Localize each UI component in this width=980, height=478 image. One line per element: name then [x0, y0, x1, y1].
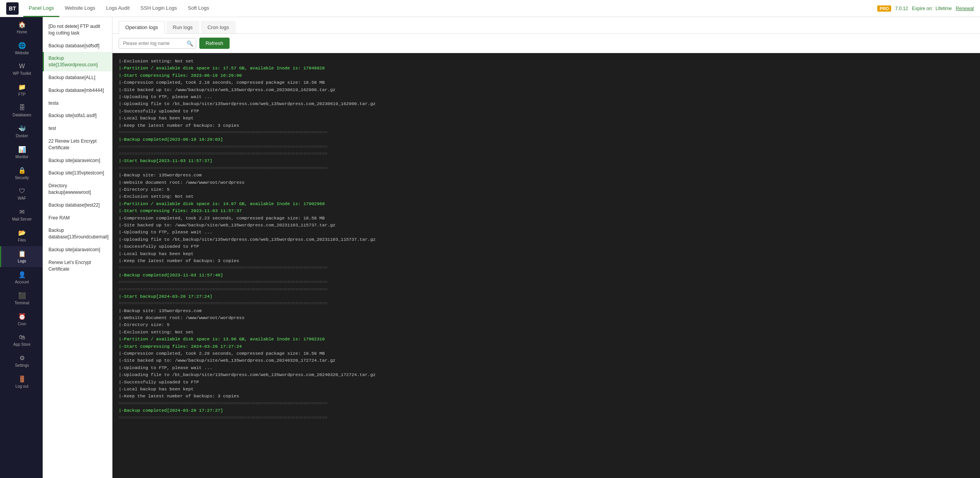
- sidebar-label-security: Security: [15, 176, 29, 180]
- log-list-item-backup-alaravel[interactable]: Backup site[alaravelcom]: [43, 154, 112, 167]
- sidebar-item-waf[interactable]: 🛡WAF: [0, 184, 43, 204]
- log-line: |-Partition / available disk space is: 1…: [119, 200, 974, 207]
- log-line: ========================================…: [119, 279, 974, 286]
- sidebar-item-wp-toolkit[interactable]: WWP Toolkit: [0, 59, 43, 79]
- search-button[interactable]: 🔍: [187, 40, 193, 47]
- search-input[interactable]: [119, 38, 196, 49]
- log-list-item-backup-135vp[interactable]: Backup site[135vptestcom]: [43, 167, 112, 179]
- settings-icon: ⚙: [19, 354, 25, 362]
- log-list-item-renew-lets-encrypt[interactable]: Renew Let's Encrypt Certificate: [43, 256, 112, 276]
- log-list-item-testa[interactable]: testa: [43, 97, 112, 110]
- sidebar-item-logs[interactable]: 📋Logs: [0, 246, 43, 267]
- top-tab-ssh-login-logs[interactable]: SSH Login Logs: [135, 0, 182, 17]
- log-list-item-backup-all[interactable]: Backup database[ALL]: [43, 71, 112, 84]
- top-tab-logs-audit[interactable]: Logs Audit: [101, 0, 135, 17]
- log-line: |-Start compressing files: 2023-06-19 16…: [119, 72, 974, 79]
- sidebar-label-monitor: Monitor: [16, 155, 28, 159]
- website-icon: 🌐: [18, 42, 26, 49]
- log-list-item-backup-test22[interactable]: Backup database[test22]: [43, 199, 112, 212]
- sidebar-item-app-store[interactable]: 🛍App Store: [0, 330, 43, 350]
- log-line: |-Uploading to FTP, please wait ...: [119, 364, 974, 371]
- sidebar-item-docker[interactable]: 🐳Docker: [0, 121, 43, 142]
- log-list-item-backup-135round[interactable]: Backup database[135roundcubemail]: [43, 224, 112, 243]
- log-list-item-ftp-audit[interactable]: [Do not delete] FTP audit log cutting ta…: [43, 20, 112, 40]
- sidebar-label-settings: Settings: [15, 363, 29, 368]
- log-line: ========================================…: [119, 150, 974, 157]
- log-line: |-Partition / available disk space is: 1…: [119, 336, 974, 343]
- log-list-item-test[interactable]: test: [43, 122, 112, 135]
- log-output: |-Exclusion setting: Not set|-Partition …: [112, 53, 980, 478]
- sidebar-label-logs: Logs: [18, 259, 26, 263]
- mail-server-icon: ✉: [19, 208, 24, 216]
- sidebar-label-waf: WAF: [18, 196, 26, 200]
- sidebar-label-terminal: Terminal: [15, 301, 29, 305]
- log-list-item-backup-site-135[interactable]: Backup site[135wordpress.com]: [43, 52, 112, 71]
- sidebar-item-ftp[interactable]: 📁FTP: [0, 79, 43, 100]
- refresh-button[interactable]: Refresh: [199, 38, 230, 49]
- sidebar-item-account[interactable]: 👤Account: [0, 267, 43, 288]
- pro-badge: PRO: [877, 5, 891, 12]
- search-wrap: 🔍: [119, 38, 196, 49]
- log-line: |-Website document root: /www/wwwroot/wo…: [119, 314, 974, 321]
- log-list-item-backup-mb4444[interactable]: Backup database[mb4444]: [43, 84, 112, 97]
- log-line: ========================================…: [119, 300, 974, 307]
- log-list-item-renew-lets-encrypt-22[interactable]: 22 Renew Lets Encrypt Certificate: [43, 135, 112, 154]
- log-line: |-Uploading to FTP, please wait ...: [119, 229, 974, 236]
- log-list-item-backup-sdfsd[interactable]: Backup database[sdfsdf]: [43, 40, 112, 52]
- sub-tab-run-logs[interactable]: Run logs: [166, 21, 199, 33]
- log-line: |-Backup site: 135wordpress.com: [119, 172, 974, 179]
- log-list-item-backup-alaravel2[interactable]: Backup site[alaravelcom]: [43, 243, 112, 256]
- app-logo: BT: [6, 2, 19, 15]
- log-line: ========================================…: [119, 400, 974, 407]
- cron-icon: ⏰: [18, 313, 26, 320]
- top-tab-soft-logs[interactable]: Soft Logs: [182, 0, 214, 17]
- log-line: |-Start backup[2024-03-20 17:27:24]: [119, 293, 974, 300]
- log-line: |-Compression completed, took 2.18 secon…: [119, 79, 974, 86]
- sidebar-item-security[interactable]: 🔒Security: [0, 163, 43, 184]
- sidebar-item-website[interactable]: 🌐Website: [0, 38, 43, 59]
- sidebar: 🏠Home🌐WebsiteWWP Toolkit📁FTP🗄Databases🐳D…: [0, 17, 43, 478]
- sidebar-item-databases[interactable]: 🗄Databases: [0, 100, 43, 121]
- log-list-item-backup-sdfa1[interactable]: Backup site[sdfa1.asdf]: [43, 109, 112, 122]
- sidebar-label-log-out: Log out: [16, 384, 28, 388]
- renewal-link[interactable]: Renewal: [956, 6, 974, 11]
- log-list-item-dir-backup[interactable]: Directory backup[wwwwwroot]: [43, 179, 112, 199]
- security-icon: 🔒: [18, 167, 26, 174]
- log-line: |-Start compressing files: 2023-11-03 11…: [119, 207, 974, 214]
- log-line: ========================================…: [119, 414, 974, 421]
- sidebar-item-monitor[interactable]: 📊Monitor: [0, 142, 43, 163]
- log-line: |-Successfully uploaded to FTP: [119, 379, 974, 386]
- sidebar-label-databases: Databases: [13, 113, 31, 117]
- log-line: |-Local backup has been kept: [119, 386, 974, 393]
- log-line: |-Start compressing files: 2024-03-20 17…: [119, 343, 974, 350]
- log-line: |-Exclusion setting: Not set: [119, 193, 974, 200]
- monitor-icon: 📊: [18, 146, 26, 153]
- sidebar-item-files[interactable]: 📂Files: [0, 225, 43, 246]
- sidebar-item-settings[interactable]: ⚙Settings: [0, 350, 43, 371]
- sidebar-item-log-out[interactable]: 🚪Log out: [0, 371, 43, 392]
- log-list-item-free-ram[interactable]: Free RAM: [43, 212, 112, 224]
- top-tab-website-logs[interactable]: Website Logs: [59, 0, 101, 17]
- log-line: |-Local backup has been kept: [119, 115, 974, 122]
- log-line: |-Site backed up to: /www/backup/site/we…: [119, 222, 974, 229]
- log-line: |-Compression completed, took 2.28 secon…: [119, 350, 974, 357]
- sidebar-item-mail-server[interactable]: ✉Mail Server: [0, 204, 43, 225]
- app-store-icon: 🛍: [19, 334, 25, 341]
- sidebar-item-terminal[interactable]: ⬛Terminal: [0, 288, 43, 309]
- databases-icon: 🗄: [19, 104, 25, 111]
- sidebar-item-cron[interactable]: ⏰Cron: [0, 309, 43, 330]
- log-line: |-Site backed up to: /www/backup/site/we…: [119, 86, 974, 93]
- log-line: |-Uploading to FTP, please wait ...: [119, 93, 974, 100]
- log-line: |-Keep the latest number of backups: 3 c…: [119, 257, 974, 264]
- sub-tab-cron-logs[interactable]: Cron logs: [201, 21, 236, 33]
- sub-tab-operation-logs[interactable]: Operation logs: [119, 21, 165, 34]
- log-line: |-Partition / available disk space is: 1…: [119, 65, 974, 72]
- sidebar-label-home: Home: [17, 30, 27, 34]
- log-toolbar: 🔍 Refresh: [112, 34, 980, 53]
- top-tabs: Panel LogsWebsite LogsLogs AuditSSH Logi…: [23, 0, 214, 17]
- top-tab-panel-logs[interactable]: Panel Logs: [23, 0, 59, 17]
- terminal-icon: ⬛: [18, 292, 26, 299]
- log-line: |-Exclusion setting: Not set: [119, 329, 974, 336]
- log-line: |-Compression completed, took 2.23 secon…: [119, 215, 974, 222]
- sidebar-item-home[interactable]: 🏠Home: [0, 17, 43, 38]
